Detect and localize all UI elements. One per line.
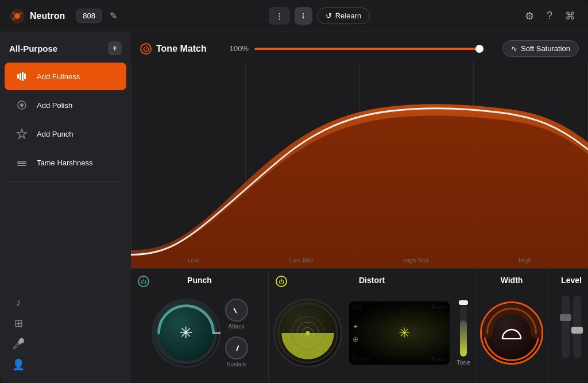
level-fader-1-track[interactable] bbox=[562, 295, 570, 358]
distort-pad[interactable]: Grit Boom ✳ ✦ ⊕ Punch bbox=[349, 301, 450, 365]
tone-match-left: ⏻ Tone Match bbox=[140, 43, 207, 55]
distort-icon-2: ⊕ bbox=[353, 335, 358, 343]
tone-match-title: Tone Match bbox=[156, 44, 207, 54]
pencil-icon[interactable]: ✎ bbox=[110, 10, 117, 21]
dots-tab-btn[interactable]: ⋮ bbox=[269, 7, 290, 25]
freq-chart-svg bbox=[131, 61, 588, 268]
tone-match-slider-track[interactable] bbox=[254, 48, 479, 50]
sidebar-title: All-Purpose bbox=[9, 44, 57, 53]
width-semicircle-icon bbox=[500, 326, 523, 340]
top-bar: Neutron 808 ✎ ⋮ ⫶ ↺ Relearn ⚙ ? ⌘ bbox=[0, 0, 588, 32]
sidebar-icon-mic[interactable]: 🎤 bbox=[9, 335, 28, 353]
width-knob[interactable] bbox=[480, 301, 543, 365]
add-fullness-icon bbox=[14, 68, 30, 84]
soft-saturation-label: Soft Saturation bbox=[521, 44, 570, 53]
app-container: Neutron 808 ✎ ⋮ ⫶ ↺ Relearn ⚙ ? ⌘ bbox=[0, 0, 588, 383]
level-title: Level bbox=[561, 276, 582, 285]
top-center: ⋮ ⫶ ↺ Relearn bbox=[117, 7, 521, 25]
tone-match-slider-thumb[interactable] bbox=[475, 45, 483, 53]
sidebar-item-add-fullness[interactable]: Add Fullness bbox=[5, 63, 126, 90]
distort-module: ⏻ Distort bbox=[269, 269, 475, 383]
freq-label-high: High bbox=[519, 257, 532, 264]
distort-knob[interactable] bbox=[273, 299, 342, 367]
equalizer-tab-btn[interactable]: ⫶ bbox=[295, 7, 312, 25]
sidebar: All-Purpose + Add Fullness Add Polish bbox=[0, 32, 131, 383]
svg-point-3 bbox=[20, 12, 22, 14]
dots-icon: ⋮ bbox=[276, 11, 283, 20]
sustain-knob[interactable]: Sustain bbox=[225, 336, 248, 367]
soft-saturation-icon: ∿ bbox=[511, 44, 517, 53]
add-polish-icon bbox=[14, 97, 30, 113]
distort-power-icon[interactable]: ⏻ bbox=[276, 276, 287, 287]
sidebar-item-label-add-fullness: Add Fullness bbox=[37, 72, 80, 81]
attack-knob[interactable]: Attack bbox=[225, 299, 248, 330]
distort-icon-1: ✦ bbox=[353, 323, 358, 331]
attack-knob-label: Attack bbox=[229, 323, 245, 330]
frequency-chart: Low Low-Mid High-Mid High bbox=[131, 61, 588, 268]
tame-harshness-icon bbox=[14, 154, 30, 171]
attack-knob-circle[interactable] bbox=[225, 299, 248, 322]
distort-inner: Grit Boom ✳ ✦ ⊕ Punch bbox=[273, 289, 470, 376]
freq-label-low: Low bbox=[187, 257, 199, 264]
punch-star-icon: ✳ bbox=[179, 323, 192, 342]
sidebar-item-add-polish[interactable]: Add Polish bbox=[5, 91, 126, 119]
tone-slider-thumb-handle[interactable] bbox=[459, 300, 468, 305]
soft-saturation-button[interactable]: ∿ Soft Saturation bbox=[502, 40, 579, 57]
sidebar-icon-user[interactable]: 👤 bbox=[9, 355, 28, 374]
tone-slider-track[interactable] bbox=[460, 305, 467, 357]
tone-match-header: ⏻ Tone Match 100% ∿ Soft Saturation bbox=[140, 40, 579, 57]
sidebar-item-add-punch[interactable]: Add Punch bbox=[5, 120, 126, 148]
app-name: Neutron bbox=[30, 11, 65, 21]
preset-name[interactable]: 808 bbox=[76, 9, 102, 23]
sidebar-header: All-Purpose + bbox=[0, 37, 131, 62]
svg-point-10 bbox=[20, 103, 24, 107]
distort-title: Distort bbox=[359, 276, 385, 285]
tone-match-area: ⏻ Tone Match 100% ∿ Soft Saturation bbox=[131, 32, 588, 61]
punch-title: Punch bbox=[187, 276, 212, 285]
svg-rect-13 bbox=[17, 163, 26, 164]
width-module: Width bbox=[475, 269, 548, 383]
level-fader-2-track[interactable] bbox=[573, 295, 581, 358]
add-punch-icon bbox=[14, 126, 30, 142]
sidebar-item-tame-harshness[interactable]: Tame Harshness bbox=[5, 149, 126, 176]
freq-label-lowmid: Low-Mid bbox=[289, 257, 314, 264]
right-panel: ⏻ Tone Match 100% ∿ Soft Saturation bbox=[131, 32, 588, 383]
add-preset-button[interactable]: + bbox=[108, 41, 122, 55]
svg-rect-5 bbox=[17, 74, 19, 79]
distort-side-icons: ✦ ⊕ bbox=[353, 323, 358, 343]
attack-knob-indicator bbox=[233, 307, 237, 313]
relearn-label: Relearn bbox=[335, 11, 362, 20]
sustain-knob-indicator bbox=[236, 345, 239, 351]
tone-slider-label: Tone bbox=[457, 359, 470, 366]
punch-line-right bbox=[214, 332, 220, 334]
svg-rect-14 bbox=[17, 165, 26, 166]
bottom-modules: ⏻ Punch ✳ bbox=[131, 268, 588, 383]
distort-blues-label: Blues bbox=[400, 354, 450, 365]
tone-match-slider-fill bbox=[254, 48, 479, 50]
punch-knob[interactable]: ✳ bbox=[152, 299, 220, 367]
level-fader-2-thumb[interactable] bbox=[571, 327, 583, 334]
sidebar-icon-music[interactable]: ♪ bbox=[9, 293, 28, 312]
width-title: Width bbox=[501, 276, 523, 285]
tone-match-power-icon[interactable]: ⏻ bbox=[140, 43, 152, 55]
relearn-button[interactable]: ↺ Relearn bbox=[317, 7, 370, 24]
svg-point-4 bbox=[13, 18, 15, 20]
sidebar-bottom-icons: ♪ ⊞ 🎤 👤 bbox=[0, 289, 131, 383]
level-fader-1-thumb[interactable] bbox=[560, 314, 571, 321]
sustain-knob-circle[interactable] bbox=[225, 336, 248, 359]
top-right: ⚙ ? ⌘ bbox=[521, 6, 579, 26]
freq-label-highmid: High-Mid bbox=[403, 257, 428, 264]
svg-point-2 bbox=[13, 12, 15, 14]
sustain-knob-label: Sustain bbox=[227, 361, 246, 367]
distort-pad-star-icon: ✳ bbox=[399, 325, 410, 341]
sidebar-item-label-tame-harshness: Tame Harshness bbox=[37, 158, 93, 167]
sidebar-icon-layers[interactable]: ⊞ bbox=[9, 314, 28, 332]
svg-rect-12 bbox=[17, 161, 26, 163]
tone-match-slider-area: 100% bbox=[207, 44, 502, 53]
punch-power-icon[interactable]: ⏻ bbox=[138, 276, 149, 287]
svg-marker-11 bbox=[17, 129, 26, 138]
more-button[interactable]: ⌘ bbox=[562, 6, 579, 26]
settings-button[interactable]: ⚙ bbox=[521, 6, 537, 26]
punch-module: ⏻ Punch ✳ bbox=[131, 269, 269, 383]
help-button[interactable]: ? bbox=[543, 6, 556, 25]
